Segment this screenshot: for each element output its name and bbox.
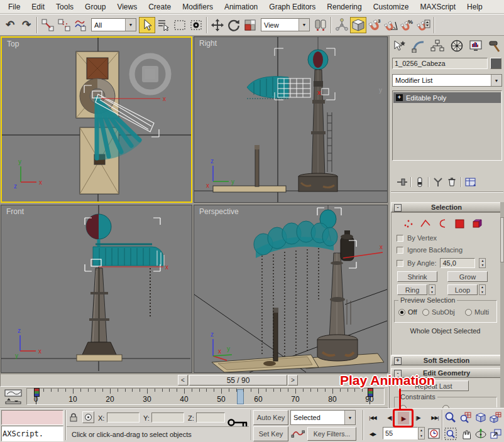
select-and-scale-button[interactable] [242,17,258,33]
menu-item-rendering[interactable]: Rendering [321,1,367,13]
zoom-all-button[interactable] [459,411,473,424]
spinner-snap-toggle-button[interactable] [415,17,432,33]
pan-button[interactable] [459,427,473,441]
viewport-right[interactable]: Right [194,36,388,203]
preview-off-radio[interactable] [398,309,405,316]
x-coord-field[interactable] [107,412,140,423]
element-mode-icon[interactable] [470,218,484,229]
open-mini-curve-editor-icon[interactable] [4,389,24,404]
frame-spinner[interactable]: ▲▼ [418,427,425,439]
select-and-manipulate-button[interactable] [334,17,350,33]
menu-item-graph-editors[interactable]: Graph Editors [263,1,321,13]
select-and-move-button[interactable] [209,17,226,33]
menu-item-create[interactable]: Create [143,1,177,13]
tab-modify[interactable] [411,39,426,53]
y-coord-field[interactable] [151,412,184,423]
menu-item-edit[interactable]: Edit [26,1,50,13]
preview-multi-radio[interactable] [465,309,472,316]
by-angle-checkbox[interactable] [397,260,403,267]
menu-item-modifiers[interactable]: Modifiers [177,1,219,13]
viewport-front-canvas[interactable]: x z x y [1,205,190,371]
edge-mode-icon[interactable] [419,218,432,229]
by-vertex-checkbox[interactable] [397,235,403,242]
pin-stack-icon[interactable] [396,176,408,188]
object-color-swatch[interactable] [490,58,501,69]
reference-coordinate-dropdown[interactable]: View ▼ [261,18,310,31]
make-unique-icon[interactable] [431,176,445,188]
menu-item-maxscript[interactable]: MAXScript [414,1,461,13]
time-slider-next-button[interactable]: > [288,375,298,385]
polygon-mode-icon[interactable] [453,218,466,229]
timeline-ruler[interactable]: 0102030405060708090 [26,388,385,405]
ignore-backfacing-checkbox[interactable] [397,247,403,254]
time-slider-track[interactable]: < 55 / 90 > [0,374,388,387]
vertex-mode-icon[interactable] [402,218,415,229]
auto-key-button[interactable]: Auto Key [253,410,288,425]
show-end-result-icon[interactable] [414,176,426,188]
percent-snap-toggle-button[interactable]: % [399,17,415,33]
window-crossing-toggle-button[interactable] [188,17,204,33]
configure-modifier-sets-icon[interactable] [464,176,478,188]
go-to-end-button[interactable]: ▶▶| [428,411,442,424]
maxscript-listener-pink[interactable] [1,410,63,425]
key-filter-dropdown[interactable]: Selected ▼ [290,410,356,425]
selection-rollout-header[interactable]: - Selection [391,202,502,212]
panel-scrollbar-thumb[interactable] [500,217,504,262]
by-angle-field[interactable]: 45,0 [440,258,475,268]
loop-spinner[interactable]: ▲▼ [479,284,486,295]
select-object-button[interactable] [139,17,155,33]
tab-utilities[interactable] [488,39,503,53]
preview-subobj-option[interactable]: SubObj [422,308,455,316]
loop-button[interactable]: Loop [447,284,478,295]
menu-item-group[interactable]: Group [79,1,111,13]
undo-button[interactable]: ↶ [2,17,18,33]
region-zoom-button[interactable] [444,427,457,441]
tab-display[interactable] [468,39,483,53]
keyframe-marker[interactable] [34,388,40,397]
modifier-list-dropdown[interactable]: Modifier List ▼ [392,74,502,87]
key-filters-button[interactable]: Key Filters... [307,427,356,441]
viewport-perspective-canvas[interactable]: x z x y [194,205,387,372]
ring-button[interactable]: Ring [397,284,427,295]
border-mode-icon[interactable] [436,218,449,229]
absolute-offset-toggle[interactable] [82,411,94,423]
select-and-rotate-button[interactable] [226,17,242,33]
viewport-perspective[interactable]: Perspective [194,205,388,373]
viewport-top[interactable]: Top [1,36,192,203]
zoom-extents-button[interactable] [474,411,488,424]
set-key-button[interactable]: Set Key [253,426,288,441]
bind-to-spacewarp-button[interactable] [72,17,89,33]
arc-rotate-button[interactable] [474,427,488,441]
menu-item-animation[interactable]: Animation [219,1,263,13]
preview-subobj-radio[interactable] [422,309,429,316]
angle-snap-toggle-button[interactable] [383,17,399,33]
panel-scrollbar[interactable] [500,202,504,407]
unlink-button[interactable] [56,17,72,33]
modifier-stack[interactable]: + Editable Poly [392,90,502,161]
tab-hierarchy[interactable] [430,39,445,53]
default-tangent-icon[interactable] [291,428,305,439]
key-mode-toggle-button[interactable]: ◀▶ [366,427,380,441]
track-bar[interactable]: 0102030405060708090 [0,387,388,408]
keyframe-marker[interactable] [368,388,373,397]
zoom-button[interactable] [444,411,457,424]
ring-spinner[interactable]: ▲▼ [429,284,436,295]
remove-modifier-icon[interactable] [445,176,459,188]
shrink-button[interactable]: Shrink [397,271,437,282]
snaps-toggle-button[interactable] [350,17,366,33]
grow-button[interactable]: Grow [447,271,488,282]
current-frame-marker[interactable] [237,389,244,404]
preview-off-option[interactable]: Off [398,308,417,316]
rectangular-selection-region-button[interactable] [172,17,188,33]
z-coord-field[interactable] [196,412,225,423]
stack-expand-icon[interactable]: + [396,94,403,101]
soft-selection-rollout-header[interactable]: + Soft Selection [391,355,502,365]
maxscript-listener-line[interactable]: AXScript. [1,426,63,441]
modifier-stack-row[interactable]: + Editable Poly [393,92,501,103]
selection-lock-icon[interactable] [68,412,79,423]
by-angle-spinner[interactable]: ▲▼ [479,258,486,268]
time-slider-prev-button[interactable]: < [178,375,188,385]
object-name-field[interactable]: 1_0256_Cabeza [392,58,488,69]
zoom-extents-all-button[interactable] [489,411,503,424]
select-and-link-button[interactable] [40,17,56,33]
